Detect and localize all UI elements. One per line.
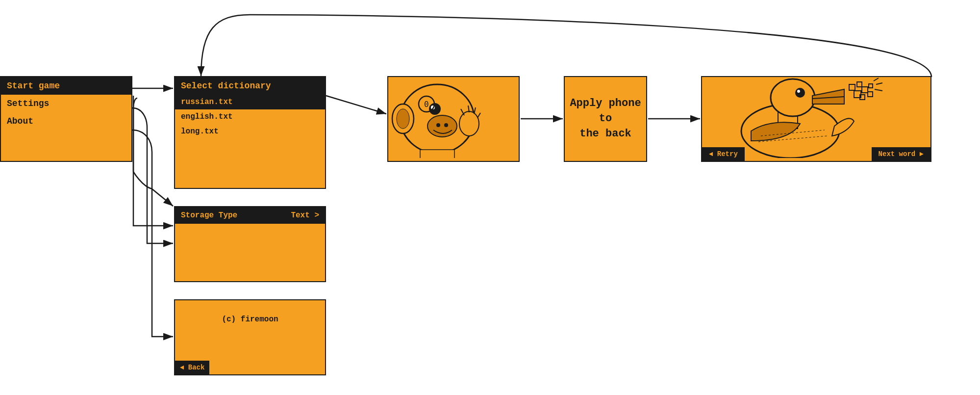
final-buttons-row: ◄ Retry Next word ► bbox=[702, 147, 930, 161]
about-panel: (c) firemoon ◄ Back bbox=[174, 299, 326, 375]
svg-point-19 bbox=[771, 79, 815, 116]
storage-type-row[interactable]: Storage Type Text > bbox=[175, 207, 325, 224]
dictionary-title: Select dictionary bbox=[175, 77, 325, 95]
svg-rect-26 bbox=[862, 87, 868, 93]
svg-point-21 bbox=[797, 90, 800, 93]
svg-text:0: 0 bbox=[424, 100, 429, 109]
svg-line-30 bbox=[874, 78, 879, 81]
svg-rect-29 bbox=[869, 84, 873, 88]
svg-line-32 bbox=[875, 89, 882, 91]
about-copyright: (c) firemoon bbox=[175, 300, 325, 328]
svg-line-16 bbox=[477, 113, 480, 118]
dictionary-panel: Select dictionary russian.txt english.tx… bbox=[174, 76, 326, 189]
main-menu-panel: Start game Settings About bbox=[0, 76, 132, 162]
storage-label: Storage Type bbox=[181, 211, 237, 220]
dict-item-long[interactable]: long.txt bbox=[175, 124, 325, 139]
menu-item-settings[interactable]: Settings bbox=[1, 95, 131, 112]
dict-item-english[interactable]: english.txt bbox=[175, 109, 325, 124]
next-word-button[interactable]: Next word ► bbox=[872, 147, 930, 161]
final-panel: ◄ Retry Next word ► bbox=[701, 76, 931, 162]
menu-item-start[interactable]: Start game bbox=[1, 77, 131, 95]
svg-point-7 bbox=[436, 123, 440, 127]
svg-point-8 bbox=[444, 123, 448, 127]
svg-point-20 bbox=[795, 88, 805, 98]
monkey-panel: 0 bbox=[387, 76, 520, 162]
svg-point-12 bbox=[459, 111, 479, 136]
svg-point-3 bbox=[397, 109, 409, 129]
monkey-illustration: 0 bbox=[388, 77, 516, 158]
apply-text-panel: Apply phone tothe back bbox=[564, 76, 647, 162]
duck-illustration bbox=[702, 77, 928, 158]
svg-rect-24 bbox=[857, 82, 862, 87]
settings-panel: Storage Type Text > bbox=[174, 206, 326, 282]
about-back-button[interactable]: ◄ Back bbox=[175, 361, 209, 374]
menu-item-about[interactable]: About bbox=[1, 112, 131, 130]
apply-instruction: Apply phone tothe back bbox=[565, 96, 646, 141]
svg-line-31 bbox=[876, 83, 882, 84]
storage-value: Text > bbox=[291, 211, 319, 220]
svg-line-15 bbox=[474, 107, 476, 114]
svg-rect-27 bbox=[868, 92, 873, 97]
dict-item-russian[interactable]: russian.txt bbox=[175, 95, 325, 109]
svg-rect-11 bbox=[420, 150, 454, 158]
retry-button[interactable]: ◄ Retry bbox=[702, 147, 745, 161]
svg-rect-23 bbox=[849, 84, 855, 90]
